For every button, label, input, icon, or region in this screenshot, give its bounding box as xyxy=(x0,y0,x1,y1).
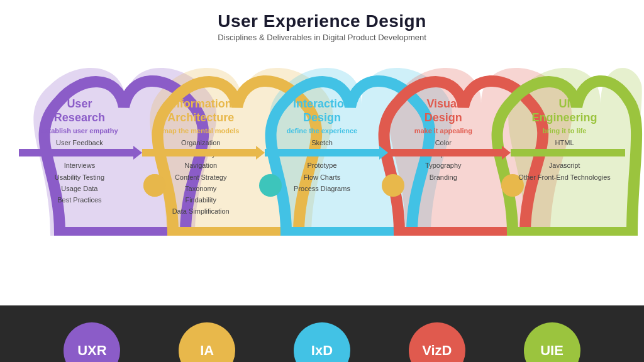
list-item: Taxonomy xyxy=(144,183,257,194)
circle-vizd: VizD xyxy=(409,322,465,362)
subtitle: Disciplines & Deliverables in Digital Pr… xyxy=(0,33,644,42)
arrow-yellow xyxy=(142,149,257,156)
col-content-ixd: define the experience Sketch Wireframe P… xyxy=(265,127,379,194)
col-header-ixd: Interaction Design xyxy=(265,97,379,124)
col-list-vizd: Color Graphics Typography Branding xyxy=(387,137,500,183)
arrow-red xyxy=(388,149,503,156)
arrow-purple xyxy=(19,149,134,156)
col-list-uie: HTML CSS Javascript Other Front-End Tech… xyxy=(508,137,621,183)
list-item: Data Simplification xyxy=(144,206,257,217)
arrow-head-blue xyxy=(379,146,388,160)
list-item: Usability Testing xyxy=(23,172,136,183)
list-item: Flow Charts xyxy=(265,172,379,183)
arrow-green xyxy=(511,149,625,156)
list-item: Process Diagrams xyxy=(265,183,379,194)
main-title: User Experience Design xyxy=(0,11,644,31)
arrow-head-red xyxy=(502,146,511,160)
list-item: Findability xyxy=(144,194,257,206)
list-item: Branding xyxy=(387,172,500,183)
list-item: Typography xyxy=(387,160,500,171)
col-header-ia: Information Architecture xyxy=(144,97,257,124)
col-tagline-ixd: define the experience xyxy=(265,127,379,134)
col-tagline-ia: map the mental models xyxy=(144,127,257,134)
arrow-blue xyxy=(265,149,380,156)
list-item: Navigation xyxy=(144,160,257,171)
list-item: Usage Data xyxy=(23,183,136,194)
arrow-bar xyxy=(19,146,625,160)
arrow-head-purple xyxy=(133,146,142,160)
col-tagline-vizd: make it appealing xyxy=(387,127,500,134)
list-item: Content Strategy xyxy=(144,172,257,183)
circle-ixd: IxD xyxy=(294,322,350,362)
col-content-ia: map the mental models Organization Hiera… xyxy=(144,127,257,217)
col-header-vizd: Visual Design xyxy=(387,97,500,124)
list-item: Javascript xyxy=(508,160,621,171)
col-header-uxr: User Research xyxy=(23,97,136,124)
list-item: Interviews xyxy=(23,160,136,171)
circle-uie: UIE xyxy=(524,322,580,362)
col-header-uie: UI Engineering xyxy=(508,97,621,124)
list-item: Prototype xyxy=(265,160,379,171)
circle-uxr: UXR xyxy=(64,322,120,362)
list-item: Other Front-End Technologies xyxy=(508,172,621,183)
list-item: Best Practices xyxy=(23,194,136,206)
col-content-uxr: establish user empathy User Feedback Sit… xyxy=(23,127,136,206)
title-area: User Experience Design Disciplines & Del… xyxy=(0,0,644,42)
col-tagline-uxr: establish user empathy xyxy=(23,127,136,134)
circle-ia: IA xyxy=(179,322,235,362)
main-container: User Experience Design Disciplines & Del… xyxy=(0,0,644,362)
circles-row: UXR IA IxD VizD UIE xyxy=(0,294,644,351)
col-tagline-uie: bring it to life xyxy=(508,127,621,134)
arrow-head-yellow xyxy=(256,146,265,160)
